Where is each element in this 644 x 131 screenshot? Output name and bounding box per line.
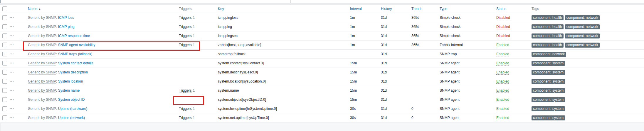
status-link[interactable]: Enabled (496, 79, 509, 84)
item-type: SNMP agent (440, 104, 460, 113)
status-link[interactable]: Enabled (496, 116, 509, 120)
triggers-link[interactable]: Triggers (179, 116, 192, 120)
column-header-name[interactable]: Name▲ (28, 5, 41, 13)
tag-badge: component: system (532, 61, 565, 66)
table-body: ••• Generic by SNMP: ICMP loss Triggers1… (0, 13, 644, 122)
item-link[interactable]: System contact details (58, 61, 93, 65)
item-history: 31d (381, 77, 387, 86)
name-separator: : (56, 116, 58, 120)
row-checkbox[interactable] (2, 43, 7, 47)
tags-cell: component: healthcomponent: network (532, 31, 601, 40)
tags-cell: component: healthcomponent: network (532, 22, 601, 31)
status-link[interactable]: Enabled (496, 52, 509, 56)
triggers-link[interactable]: Triggers (179, 34, 192, 38)
template-link[interactable]: Generic by SNMP (28, 43, 56, 47)
column-header-trends[interactable]: Trends (411, 5, 422, 13)
template-link[interactable]: Generic by SNMP (28, 25, 56, 29)
row-checkbox[interactable] (2, 70, 7, 75)
select-all-checkbox[interactable] (2, 6, 7, 11)
triggers-link[interactable]: Triggers (179, 43, 192, 47)
column-header-status[interactable]: Status (496, 5, 506, 13)
status-link[interactable]: Enabled (496, 61, 509, 66)
context-menu-icon[interactable]: ••• (10, 68, 14, 77)
name-separator: : (56, 107, 58, 111)
template-link[interactable]: Generic by SNMP (28, 116, 56, 120)
context-menu-icon[interactable]: ••• (10, 77, 14, 86)
item-link[interactable]: SNMP traps (fallback) (58, 52, 92, 56)
row-checkbox[interactable] (2, 97, 7, 102)
item-history: 31d (381, 13, 387, 22)
status-link[interactable]: Enabled (496, 98, 509, 102)
item-link[interactable]: Uptime (network) (58, 116, 85, 120)
row-checkbox[interactable] (2, 15, 7, 20)
column-header-interval[interactable]: Interval (350, 5, 361, 13)
context-menu-icon[interactable]: ••• (10, 59, 14, 68)
context-menu-icon[interactable]: ••• (10, 95, 14, 104)
sort-link-status[interactable]: Status (496, 7, 506, 11)
status-link[interactable]: Enabled (496, 43, 509, 47)
triggers-count: 1 (193, 116, 195, 120)
context-menu-icon[interactable]: ••• (10, 13, 14, 22)
item-link[interactable]: System object ID (58, 98, 85, 102)
tag-badge: component: system (532, 88, 565, 93)
tag-badge: component: system (532, 79, 565, 84)
triggers-link[interactable]: Triggers (179, 88, 192, 93)
item-link[interactable]: System location (58, 79, 83, 83)
triggers-link[interactable]: Triggers (179, 107, 192, 111)
context-menu-icon[interactable]: ••• (10, 104, 14, 113)
status-link[interactable]: Enabled (496, 88, 509, 93)
status-link[interactable]: Disabled (496, 16, 510, 20)
row-checkbox[interactable] (2, 52, 7, 56)
row-checkbox[interactable] (2, 79, 7, 84)
sort-link-key[interactable]: Key (218, 7, 224, 11)
row-checkbox[interactable] (2, 33, 7, 38)
sort-link-history[interactable]: History (381, 7, 392, 11)
column-header-history[interactable]: History (381, 5, 392, 13)
row-checkbox[interactable] (2, 61, 7, 66)
context-menu-icon[interactable]: ••• (10, 31, 14, 40)
status-cell: Disabled (496, 31, 510, 40)
status-link[interactable]: Enabled (496, 70, 509, 75)
template-link[interactable]: Generic by SNMP (28, 88, 56, 93)
status-link[interactable]: Disabled (496, 34, 510, 38)
context-menu-icon[interactable]: ••• (10, 50, 14, 58)
item-link[interactable]: SNMP agent availability (58, 43, 95, 47)
triggers-count: 1 (193, 88, 195, 93)
template-link[interactable]: Generic by SNMP (28, 52, 56, 56)
item-history: 31d (381, 68, 387, 77)
template-link[interactable]: Generic by SNMP (28, 107, 56, 111)
triggers-count: 1 (193, 43, 195, 47)
status-cell: Enabled (496, 68, 509, 77)
context-menu-icon[interactable]: ••• (10, 86, 14, 95)
row-checkbox[interactable] (2, 88, 7, 93)
sort-link-interval[interactable]: Interval (350, 7, 361, 11)
item-link[interactable]: ICMP response time (58, 34, 90, 38)
template-link[interactable]: Generic by SNMP (28, 34, 56, 38)
item-link[interactable]: Uptime (hardware) (58, 107, 87, 111)
item-link[interactable]: ICMP ping (58, 25, 75, 29)
row-checkbox[interactable] (2, 24, 7, 29)
item-link[interactable]: ICMP loss (58, 16, 74, 20)
sort-link-type[interactable]: Type (440, 7, 447, 11)
status-link[interactable]: Enabled (496, 107, 509, 111)
template-link[interactable]: Generic by SNMP (28, 98, 56, 102)
triggers-link[interactable]: Triggers (179, 16, 192, 20)
context-menu-icon[interactable]: ••• (10, 41, 14, 49)
context-menu-icon[interactable]: ••• (10, 22, 14, 31)
sort-link-name[interactable]: Name (28, 7, 37, 11)
tag-badge: component: health (532, 33, 564, 38)
triggers-link[interactable]: Triggers (179, 25, 192, 29)
template-link[interactable]: Generic by SNMP (28, 16, 56, 20)
row-checkbox[interactable] (2, 115, 7, 120)
sort-link-trends[interactable]: Trends (411, 7, 422, 11)
template-link[interactable]: Generic by SNMP (28, 79, 56, 84)
item-link[interactable]: System name (58, 88, 80, 93)
row-checkbox[interactable] (2, 106, 7, 111)
status-link[interactable]: Disabled (496, 25, 510, 29)
column-header-type[interactable]: Type (440, 5, 447, 13)
template-link[interactable]: Generic by SNMP (28, 61, 56, 66)
context-menu-icon[interactable]: ••• (10, 113, 14, 122)
item-link[interactable]: System description (58, 70, 88, 74)
template-link[interactable]: Generic by SNMP (28, 70, 56, 75)
column-header-key[interactable]: Key (218, 5, 224, 13)
